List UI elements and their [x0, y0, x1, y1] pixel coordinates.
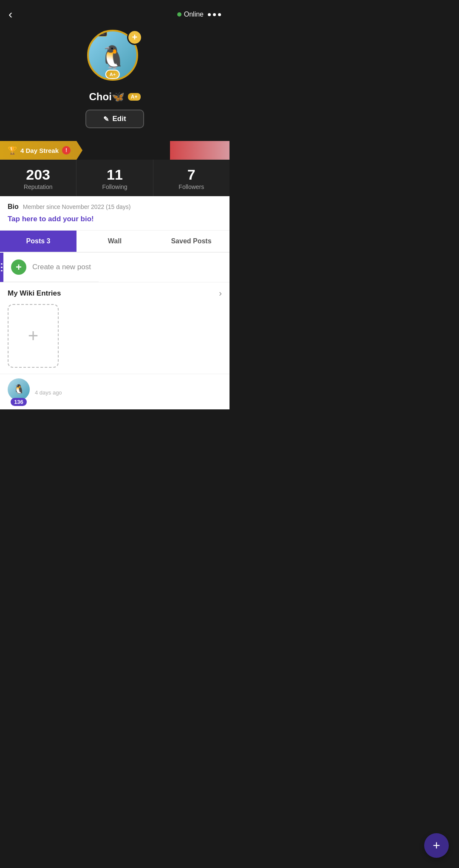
tab-saved-posts[interactable]: Saved Posts	[153, 231, 230, 252]
bottom-time: 4 days ago	[35, 389, 62, 396]
bottom-avatar: 🐧	[8, 378, 30, 400]
bio-since: Member since November 2022 (15 days)	[23, 203, 131, 210]
streak-right-image	[170, 141, 230, 160]
wiki-section: My Wiki Entries › +	[0, 282, 230, 374]
add-profile-button[interactable]: +	[127, 30, 142, 45]
bottom-badge: 136	[11, 398, 27, 406]
top-nav: ‹ Online	[0, 0, 230, 25]
streak-label: 4 Day Streak	[20, 147, 59, 154]
tab-wall-label: Wall	[108, 237, 122, 245]
online-dot	[177, 12, 181, 17]
streak-right-banner[interactable]	[170, 141, 230, 160]
stat-followers[interactable]: 7 Followers	[153, 160, 230, 196]
bottom-info: 4 days ago	[35, 389, 62, 396]
menu-dot-3	[218, 13, 221, 16]
stat-following[interactable]: 11 Following	[76, 160, 153, 196]
wiki-title: My Wiki Entries	[8, 289, 61, 298]
menu-dot-1	[208, 13, 211, 16]
grade-badge: A+	[105, 70, 120, 79]
create-post-text: Create a new post	[32, 263, 91, 271]
bio-row: Bio Member since November 2022 (15 days)	[8, 203, 222, 211]
create-post-row[interactable]: + Create a new post	[3, 253, 99, 282]
trophy-icon: 🏆	[8, 146, 17, 155]
username-grade-badge: A+	[128, 93, 141, 101]
edit-icon: ✎	[103, 115, 109, 123]
wiki-header: My Wiki Entries ›	[8, 288, 222, 298]
tab-wall[interactable]: Wall	[76, 231, 153, 252]
followers-number: 7	[158, 167, 225, 182]
tab-posts-label: Posts 3	[26, 237, 51, 245]
edit-button-label: Edit	[112, 115, 126, 123]
edit-profile-button[interactable]: ✎ Edit	[85, 110, 144, 128]
create-post-container: + Create a new post	[0, 253, 230, 282]
bottom-bar: 🐧 136 4 days ago	[0, 374, 230, 409]
profile-section: .Choi. 🐧 A+ + Choi🦋 A+ ✎ Edit	[0, 25, 230, 137]
tab-posts[interactable]: Posts 3	[0, 231, 76, 252]
username: Choi🦋	[89, 91, 124, 103]
tabs-row: Posts 3 Wall Saved Posts	[0, 231, 230, 253]
reputation-label: Reputation	[4, 183, 72, 190]
wiki-add-card[interactable]: +	[8, 304, 59, 368]
username-row: Choi🦋 A+	[89, 91, 140, 103]
stats-bar: 203 Reputation 11 Following 7 Followers	[0, 160, 230, 196]
bio-section: Bio Member since November 2022 (15 days)…	[0, 196, 230, 231]
handle-line-1	[1, 263, 3, 265]
avatar-container: .Choi. 🐧 A+ +	[87, 30, 142, 85]
bottom-user-area: 🐧 136	[8, 378, 30, 406]
more-menu-button[interactable]	[208, 13, 221, 16]
bio-label: Bio	[8, 203, 19, 211]
add-bio-link[interactable]: Tap here to add your bio!	[8, 215, 94, 223]
streak-banner: 🏆 4 Day Streak !	[0, 141, 230, 160]
create-post-plus-icon[interactable]: +	[11, 259, 26, 275]
online-label: Online	[184, 11, 204, 18]
top-right: Online	[177, 11, 221, 18]
sidebar-handle	[0, 253, 3, 282]
streak-left[interactable]: 🏆 4 Day Streak !	[0, 141, 82, 160]
wiki-arrow-icon[interactable]: ›	[219, 288, 222, 298]
followers-label: Followers	[158, 183, 225, 190]
following-label: Following	[81, 183, 148, 190]
wiki-plus-icon: +	[28, 326, 39, 346]
avatar-username-tag: .Choi.	[91, 30, 107, 37]
handle-line-3	[1, 270, 3, 271]
menu-dot-2	[213, 13, 216, 16]
tab-saved-posts-label: Saved Posts	[171, 237, 211, 245]
handle-line-2	[1, 267, 3, 268]
reputation-number: 203	[4, 167, 72, 182]
stat-reputation[interactable]: 203 Reputation	[0, 160, 76, 196]
following-number: 11	[81, 167, 148, 182]
avatar-image: 🐧	[99, 46, 127, 68]
online-status: Online	[177, 11, 204, 18]
back-button[interactable]: ‹	[8, 8, 12, 21]
streak-alert-badge: !	[62, 146, 71, 155]
